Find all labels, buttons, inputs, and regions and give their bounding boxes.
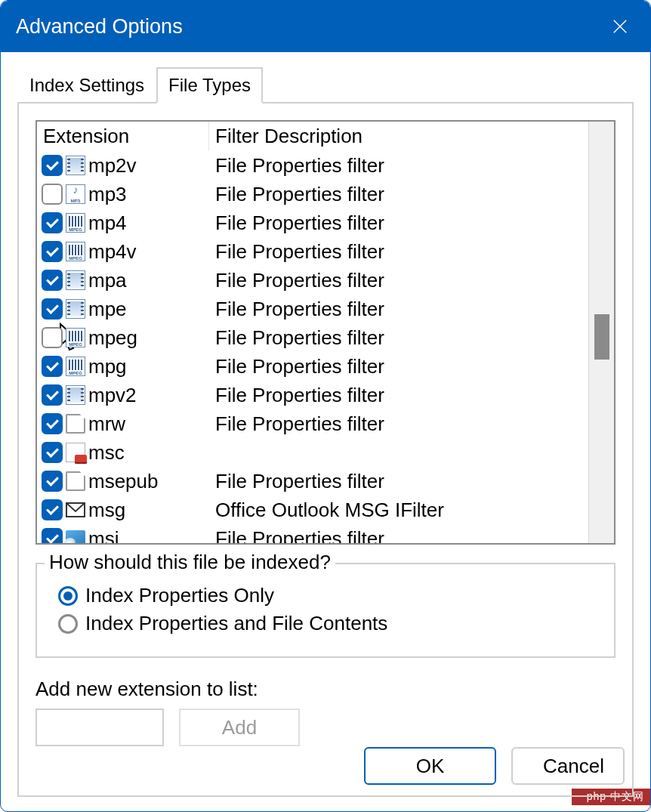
extension-checkbox[interactable] (42, 442, 63, 463)
extension-name: mp3 (88, 183, 127, 206)
close-button[interactable] (605, 11, 635, 42)
extension-name: mrw (88, 412, 125, 436)
extension-name: mpg (88, 355, 127, 378)
list-item[interactable]: msgOffice Outlook MSG IFilter (37, 496, 588, 524)
list-item[interactable]: mpeFile Properties filter (37, 295, 588, 323)
add-extension-input[interactable] (35, 709, 164, 746)
extension-name: msi (88, 527, 119, 544)
list-item[interactable]: mp4File Properties filter (37, 208, 588, 237)
list-item[interactable]: msiFile Properties filter (37, 524, 588, 543)
mpeg-file-icon (66, 357, 85, 376)
extension-checkbox[interactable] (42, 241, 63, 262)
radio-label: Index Properties and File Contents (85, 612, 387, 635)
video-file-icon (66, 385, 85, 405)
radio-index-properties-only[interactable]: Index Properties Only (58, 584, 599, 607)
ok-button[interactable]: OK (364, 747, 496, 785)
filter-description: File Properties filter (209, 211, 588, 235)
close-icon (612, 18, 628, 35)
index-mode-groupbox: How should this file be indexed? Index P… (35, 563, 616, 658)
extension-checkbox[interactable] (42, 327, 63, 348)
video-file-icon (66, 156, 85, 175)
cancel-button[interactable]: Cancel (511, 747, 625, 785)
msc-file-icon (66, 443, 85, 462)
filter-description: File Properties filter (209, 269, 588, 292)
extension-name: mpeg (88, 326, 137, 350)
extension-name: mp4v (88, 240, 137, 264)
radio-icon (58, 614, 78, 634)
extension-name: mpe (88, 298, 127, 321)
extension-checkbox[interactable] (42, 270, 63, 291)
filter-description: File Properties filter (209, 154, 588, 178)
groupbox-label: How should this file be indexed? (45, 551, 335, 574)
titlebar: Advanced Options (1, 1, 650, 52)
filter-description: File Properties filter (209, 355, 588, 378)
filter-description: File Properties filter (209, 470, 588, 493)
radio-icon (58, 586, 78, 606)
extension-listbox: Extension Filter Description mp2vFile Pr… (35, 120, 616, 545)
tab-file-types[interactable]: File Types (156, 67, 263, 103)
radio-index-properties-and-file-contents[interactable]: Index Properties and File Contents (58, 612, 599, 635)
list-item[interactable]: mp2vFile Properties filter (37, 151, 588, 180)
file-file-icon (66, 414, 85, 434)
extension-checkbox[interactable] (42, 212, 63, 233)
extension-checkbox[interactable] (42, 413, 63, 434)
filter-description: File Properties filter (209, 384, 588, 407)
window-title: Advanced Options (16, 15, 605, 39)
file-file-icon (66, 471, 85, 491)
extension-checkbox[interactable] (42, 471, 63, 492)
add-extension-label: Add new extension to list: (35, 678, 616, 701)
video-file-icon (66, 270, 85, 290)
list-scrollbar[interactable] (588, 122, 614, 543)
filter-description: File Properties filter (209, 326, 588, 350)
filter-description: File Properties filter (209, 183, 588, 206)
mpeg-file-icon (66, 213, 85, 233)
tab-strip: Index Settings File Types (17, 67, 634, 103)
extension-name: msepub (88, 470, 159, 493)
list-item[interactable]: mp3File Properties filter (37, 180, 588, 208)
add-extension-button[interactable]: Add (179, 709, 300, 746)
filter-description: File Properties filter (209, 298, 588, 321)
list-item[interactable]: mpgFile Properties filter (37, 352, 588, 381)
list-item[interactable]: mpv2File Properties filter (37, 381, 588, 409)
header-extension[interactable]: Extension (37, 122, 209, 151)
filter-description: File Properties filter (209, 412, 588, 436)
extension-name: mpv2 (88, 384, 137, 407)
list-item[interactable]: mpaFile Properties filter (37, 266, 588, 295)
extension-name: mp2v (88, 154, 137, 178)
extension-checkbox[interactable] (42, 356, 63, 377)
video-file-icon (66, 299, 85, 319)
mp3-file-icon (66, 184, 85, 204)
msg-file-icon (66, 500, 85, 520)
list-item[interactable]: msc (37, 438, 588, 467)
extension-checkbox[interactable] (42, 528, 63, 543)
list-item[interactable]: mpegFile Properties filter (37, 323, 588, 352)
extension-checkbox[interactable] (42, 298, 63, 320)
list-item[interactable]: mp4vFile Properties filter (37, 237, 588, 266)
extension-checkbox[interactable] (42, 384, 63, 406)
mpeg-file-icon (66, 328, 85, 347)
filter-description: File Properties filter (209, 527, 588, 544)
dialog-footer: OK Cancel (364, 747, 632, 785)
extension-name: msg (88, 499, 125, 522)
extension-checkbox[interactable] (42, 499, 63, 520)
extension-checkbox[interactable] (42, 184, 63, 205)
tab-body-file-types: Extension Filter Description mp2vFile Pr… (17, 102, 634, 797)
msi-file-icon (66, 529, 85, 543)
scrollbar-thumb[interactable] (594, 314, 609, 360)
filter-description: File Properties filter (209, 240, 588, 264)
radio-label: Index Properties Only (85, 584, 274, 607)
header-filter-description[interactable]: Filter Description (209, 122, 588, 151)
list-item[interactable]: mrwFile Properties filter (37, 409, 588, 438)
list-item[interactable]: msepubFile Properties filter (37, 467, 588, 496)
mpeg-file-icon (66, 242, 85, 261)
filter-description: Office Outlook MSG IFilter (209, 499, 588, 522)
tab-index-settings[interactable]: Index Settings (17, 67, 156, 103)
list-headers: Extension Filter Description (37, 122, 588, 151)
extension-name: mp4 (88, 211, 127, 235)
extension-name: mpa (88, 269, 127, 292)
extension-name: msc (88, 441, 125, 465)
extension-checkbox[interactable] (42, 155, 63, 176)
